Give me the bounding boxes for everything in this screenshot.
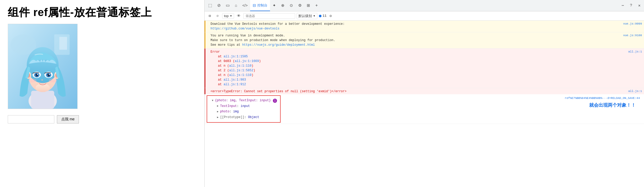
svg-point-24 — [41, 80, 43, 81]
devtools-second-toolbar: ⊟ ⊘ top ▼ 👁 默认级别 ▼ 11 ⚙ — [205, 11, 644, 21]
page-title: 组件 ref属性-放在普通标签上 — [8, 5, 197, 20]
obj-root-row[interactable]: {photo: img, TextInput: input} 1 — [210, 98, 277, 104]
obj-textinput-label: TextInput: input — [220, 104, 250, 109]
application-icon: ⊞ — [307, 3, 310, 8]
object-tree-box: {photo: img, TextInput: input} 1 TextInp… — [207, 95, 281, 123]
obj-textinput-triangle[interactable] — [216, 105, 219, 107]
message-count-badge: 11 — [319, 14, 327, 18]
console-icon: ⊟ — [253, 3, 256, 8]
obj-tree-row: {photo: img, TextInput: input} 1 TextInp… — [205, 94, 644, 124]
close-devtools-icon[interactable]: ✕ — [636, 2, 643, 9]
error-message: Error at all.js:1:1505 at 0d83 (all.js:1… — [205, 49, 644, 88]
no-entry-icon[interactable]: ⊘ — [214, 13, 221, 19]
performance-icon: ✦ — [273, 3, 276, 8]
top-label: top — [224, 14, 229, 18]
mobile-icon: ▭ — [226, 3, 230, 8]
obj-root-triangle[interactable] — [211, 99, 214, 102]
error-stack-7[interactable]: all.js:1:912 — [223, 83, 246, 86]
ref-source-link[interactable]: ref%E7%BB%84%E4%BB%8B%···d=RELOAD_ON_SAV… — [565, 97, 640, 100]
avatar-image — [8, 24, 77, 109]
warning-text-2: You are running Vue in development mode.… — [211, 33, 590, 47]
error-text: Error at all.js:1:1505 at 0d83 (all.js:1… — [211, 50, 590, 87]
obj-prototype-label: [[Prototype]]: Object — [220, 115, 259, 120]
error-stack-6[interactable]: all.js:1:903 — [223, 78, 246, 82]
clear-console-icon[interactable]: ⊟ — [207, 13, 213, 19]
svg-point-16 — [37, 74, 38, 75]
error-stack-2[interactable]: all.js:1:1669 — [235, 59, 259, 63]
elements-icon: ⌂ — [235, 3, 237, 7]
tab-cursor[interactable]: ⬚ — [206, 0, 215, 11]
vue-devtools-link[interactable]: https://github.com/vuejs/vue-devtools — [211, 27, 279, 30]
warning-1-source-link[interactable]: vue.js:9099 — [623, 22, 642, 25]
warning-2-source-link[interactable]: vue.js:9108 — [623, 34, 642, 37]
obj-photo-triangle[interactable] — [216, 111, 219, 113]
help-icon[interactable]: ? — [627, 2, 635, 9]
console-content[interactable]: Download the Vue Devtools extension for … — [205, 21, 644, 187]
level-label: 默认级别 — [298, 14, 312, 18]
svg-point-17 — [36, 75, 36, 76]
cursor-icon: ⬚ — [208, 3, 212, 8]
left-panel: 组件 ref属性-放在普通标签上 — [0, 0, 204, 187]
error-stack-4[interactable]: all.js:1:5852 — [229, 69, 253, 72]
avatar-image-container — [8, 24, 78, 109]
obj-child-textinput[interactable]: TextInput: input — [210, 104, 277, 109]
console-settings-icon[interactable]: ⚙ — [328, 13, 333, 19]
warning-message-1: Download the Vue Devtools extension for … — [205, 21, 644, 32]
ref-source-link-wrapper: ref%E7%BB%84%E4%BB%8B%···d=RELOAD_ON_SAV… — [285, 96, 640, 100]
devtools-tabs-row: ⬚ ⊘ ▭ ⌂ </> ⊟ 控制台 ✦ ⊕ ⊙ ⚙ ⊞ — [205, 0, 644, 11]
input-row: 点我 me — [8, 115, 197, 123]
tab-settings[interactable]: ⚙ — [296, 0, 304, 11]
typeerror-message: <error>TypeError: Cannot set properties … — [205, 88, 644, 94]
error-typeerror-row: <error>TypeError: Cannot set properties … — [205, 88, 644, 124]
error-stack-5[interactable]: all.js:1:110 — [229, 73, 251, 77]
obj-tree: {photo: img, TextInput: input} 1 TextInp… — [210, 98, 277, 120]
sources-icon: </> — [242, 3, 248, 7]
warning-message-2: You are running Vue in development mode.… — [205, 32, 644, 49]
error-left-section: <error>TypeError: Cannot set properties … — [205, 88, 644, 124]
ref-link-section: ref%E7%BB%84%E4%BB%8B%···d=RELOAD_ON_SAV… — [283, 94, 644, 110]
tab-sources[interactable]: </> — [240, 0, 250, 11]
far-right-icons: ⋯ ? ✕ — [619, 2, 643, 9]
svg-point-22 — [49, 74, 50, 75]
click-button[interactable]: 点我 me — [57, 115, 79, 123]
filter-input[interactable] — [243, 13, 295, 19]
obj-photo-label: photo: img — [220, 109, 239, 115]
obj-child-prototype[interactable]: [[Prototype]]: Object — [210, 115, 277, 120]
bottom-right-message-wrapper: 就会出现两个对象！！ — [285, 102, 640, 108]
console-tab-label: 控制台 — [257, 3, 267, 8]
tab-performance[interactable]: ✦ — [270, 0, 279, 11]
obj-child-photo[interactable]: photo: img — [210, 109, 277, 115]
obj-badge: 1 — [273, 99, 277, 103]
obj-prototype-triangle[interactable] — [216, 116, 219, 119]
tab-add[interactable]: + — [313, 0, 320, 11]
tab-mobile[interactable]: ▭ — [223, 0, 232, 11]
warning-text-1: Download the Vue Devtools extension for … — [211, 22, 590, 31]
log-level-dropdown[interactable]: 默认级别 ▼ — [297, 13, 317, 19]
tab-memory[interactable]: ⊙ — [287, 0, 296, 11]
badge-dot — [319, 15, 321, 17]
badge-count-number: 11 — [323, 14, 327, 18]
text-input[interactable] — [8, 115, 54, 123]
eye-icon[interactable]: 👁 — [236, 13, 242, 19]
svg-rect-5 — [31, 91, 54, 108]
typeerror-source-link[interactable]: all.js:1 — [628, 90, 642, 93]
devtools-panel: ⬚ ⊘ ▭ ⌂ </> ⊟ 控制台 ✦ ⊕ ⊙ ⚙ ⊞ — [204, 0, 644, 187]
deployment-link[interactable]: https://vuejs.org/guide/deployment.html — [242, 43, 315, 47]
block-icon: ⊘ — [217, 3, 221, 8]
error-stack-1[interactable]: all.js:1:1505 — [223, 55, 248, 58]
obj-root-label: {photo: img, TextInput: input} — [215, 98, 271, 104]
add-tab-icon: + — [315, 3, 318, 8]
level-dropdown-arrow-icon: ▼ — [313, 14, 316, 17]
svg-point-25 — [28, 79, 36, 83]
tab-elements[interactable]: ⌂ — [232, 0, 240, 11]
tab-block[interactable]: ⊘ — [215, 0, 223, 11]
tab-console[interactable]: ⊟ 控制台 — [250, 0, 270, 11]
overflow-menu-icon[interactable]: ⋯ — [619, 2, 626, 9]
network-icon: ⊕ — [281, 3, 284, 8]
tab-application[interactable]: ⊞ — [304, 0, 313, 11]
tab-network[interactable]: ⊕ — [279, 0, 287, 11]
error-stack-3[interactable]: all.js:1:110 — [229, 64, 251, 68]
top-context-dropdown[interactable]: top ▼ — [222, 13, 234, 19]
svg-point-26 — [49, 79, 57, 83]
error-source-link[interactable]: all.js:1 — [628, 50, 642, 53]
